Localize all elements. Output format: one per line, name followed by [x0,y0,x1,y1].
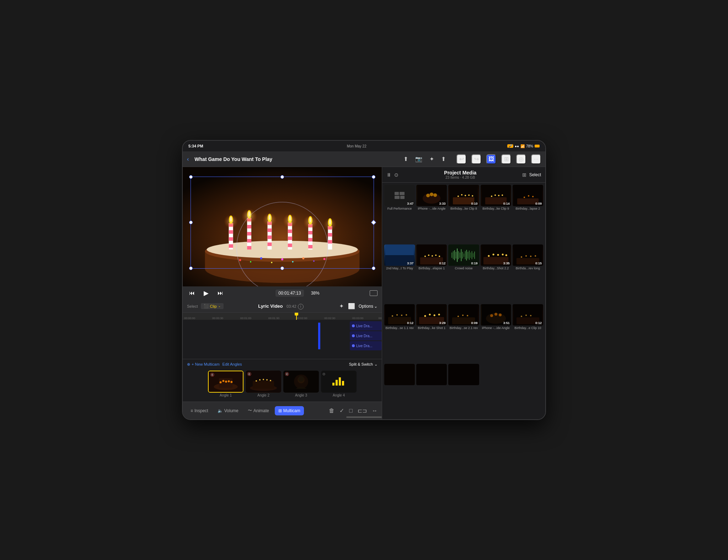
volume-icon: 🔈 [218,408,223,413]
media-item-4[interactable]: 0:09 Birthday...lapse 2 [513,185,543,243]
layout-icon[interactable]: ⊞ [501,154,511,164]
share-icon[interactable]: ⬆ [403,155,409,163]
arrows-button[interactable]: ↔ [372,408,378,414]
svg-rect-137 [466,250,467,260]
star-icon[interactable]: ✦ [429,155,435,163]
svg-point-159 [392,315,393,317]
camera-icon[interactable]: 📷 [414,155,423,163]
live-draw-clip-3[interactable]: Live Dra... [350,341,382,350]
timeline-info-icon[interactable]: i [298,304,304,309]
svg-point-11 [302,257,304,259]
media-item-6[interactable]: 0:12 Birthday...elapse 1 [416,244,447,303]
media-item-11[interactable]: 3:29 Birthday...ke Shot 1 [416,304,447,362]
new-multicam-button[interactable]: ⊕ + New Multicam [187,362,220,367]
volume-button[interactable]: 🔈 Volume [214,406,242,415]
media-label-6: Birthday...elapse 1 [416,266,447,271]
angle-1-mute-icon[interactable]: 🔇 [210,373,214,377]
svg-point-148 [497,254,499,256]
square-button[interactable]: □ [349,408,353,414]
video-preview [183,167,382,286]
svg-rect-143 [475,252,475,259]
blue-clip-block [318,323,320,349]
angle-thumb-4[interactable]: ⊙ [321,371,357,393]
media-item-12[interactable]: 0:09 Birthday...se 2.1 rev [448,304,479,362]
angle-3-mute-icon[interactable]: 🔇 [285,372,289,376]
skip-back-button[interactable]: ⏮ [187,288,197,298]
ruler-mark-5: 00:02:30 [324,317,335,320]
media-item-17[interactable] [448,364,479,417]
svg-point-108 [498,195,499,196]
svg-rect-58 [328,233,332,237]
pause-media-button[interactable]: ⏸ [386,172,391,178]
svg-point-79 [270,380,271,381]
svg-point-149 [502,254,503,255]
media-item-14[interactable]: 0:12 Birthday...e Clip 10 [513,304,543,362]
angle-thumb-2[interactable]: 🔇 [246,371,281,393]
svg-point-62 [324,218,337,231]
angle-clip-1[interactable]: 🔇 [208,371,243,397]
media-item-2[interactable]: 0:10 Birthday...ke Clip 8 [448,185,479,243]
media-item-8[interactable]: 3:35 Birthday...Shot 2.2 [481,244,511,303]
media-item-15[interactable] [384,364,415,417]
inspect-button[interactable]: ≡ Inspect [187,406,212,415]
svg-rect-138 [468,252,469,259]
redo-icon[interactable]: ↪ [471,154,481,164]
clip-selector[interactable]: ⬛ Clip ⌄ [201,303,224,309]
media-duration-4: 0:09 [535,202,542,205]
media-grid-view-button[interactable]: ⊞ [522,172,526,178]
media-item-13[interactable]: 3:51 iPhone -...ide Angle [481,304,511,362]
playhead[interactable] [296,313,297,320]
live-draw-clip-1[interactable]: Live Dra... [350,321,382,330]
trash-button[interactable]: 🗑 [329,408,334,414]
angle-clip-4[interactable]: ⊙ Angle 4 [321,371,357,397]
media-item-10[interactable]: 0:12 Birthday...se 1.1 rev [384,304,415,362]
angle-thumb-3[interactable]: 🔇 [283,371,319,393]
back-button[interactable]: ‹ [187,156,189,162]
media-item-full-performance[interactable]: 3:47 Full Performance [384,185,415,243]
edit-angles-button[interactable]: Edit Angles [223,362,242,366]
aspect-ratio-button[interactable] [370,290,378,296]
angle-2-mute-icon[interactable]: 🔇 [247,372,251,376]
split-button[interactable]: ⊏⊐ [358,407,367,414]
angle-1-label: Angle 1 [220,393,232,397]
angle-clip-3[interactable]: 🔇 Angle 3 [283,371,319,397]
inspect-icon: ≡ [191,408,193,413]
project-title: What Game Do You Want To Play [194,156,400,162]
svg-point-12 [313,260,315,262]
left-area: ⏮ ▶ ⏭ 00:01:47:13 38% Select ⬛ Clip ⌄ [183,167,382,419]
media-circle-button[interactable]: ⊙ [394,172,398,178]
svg-point-153 [521,256,522,258]
media-item-1[interactable]: 3:33 iPhone -...ide Angle [416,185,447,243]
angle-clip-2[interactable]: 🔇 [246,371,281,397]
media-item-7[interactable]: 0:19 Crowd noise [448,244,479,303]
media-item-9[interactable]: 0:15 Birthda...rev long [513,244,543,303]
media-item-16[interactable] [416,364,447,417]
svg-point-55 [303,215,317,229]
brightness-icon[interactable]: ◎ [516,154,526,164]
split-switch-button[interactable]: Split & Switch ⌄ [349,362,378,367]
photo-library-icon[interactable]: 🖼 [486,154,496,164]
live-draw-clip-2[interactable]: Live Dra... [350,331,382,340]
angle-thumb-1[interactable]: 🔇 [208,371,243,393]
battery-percent: 78% [526,144,533,148]
svg-rect-132 [460,253,460,258]
media-duration-5: 3:37 [407,262,413,265]
svg-point-171 [457,316,459,317]
multicam-button[interactable]: ⊞ Multicam [275,406,304,415]
undo-icon[interactable]: ↩ [456,154,466,164]
svg-point-71 [230,381,232,383]
media-select-button[interactable]: Select [529,172,541,177]
options-button[interactable]: Options ⌄ [359,304,378,309]
play-pause-button[interactable]: ▶ [201,288,211,298]
svg-point-165 [424,315,426,317]
skip-forward-button[interactable]: ⏭ [215,288,225,298]
checkmark-button[interactable]: ✓ [339,407,344,414]
media-item-5[interactable]: 3:37 2nd May...t To Play [384,244,415,303]
media-item-3[interactable]: 0:14 Birthday...ke Clip 9 [481,185,511,243]
live-draw-dot-1 [352,324,355,327]
animate-button[interactable]: 〜 Animate [244,405,273,416]
magic-wand-icon[interactable]: ✦ [338,302,344,310]
export-icon[interactable]: ⬆ [440,155,446,163]
overlay-icon[interactable]: ⬜ [347,302,356,310]
more-options-icon[interactable]: ··· [531,154,541,164]
